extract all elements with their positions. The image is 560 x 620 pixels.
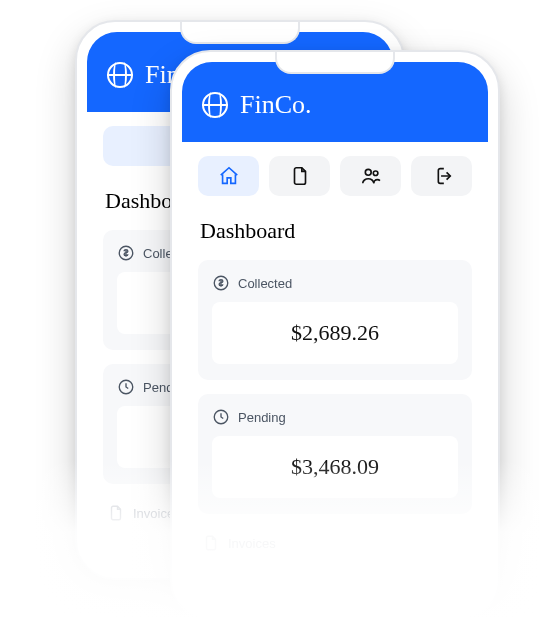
content: Dashboard Collected $2,689.26 Pending $3… bbox=[182, 206, 488, 568]
card-pending: Pending $3,468.09 bbox=[198, 394, 472, 514]
document-icon bbox=[107, 504, 125, 522]
phone-notch bbox=[275, 52, 395, 74]
list-label: Invoices bbox=[228, 536, 276, 551]
globe-icon bbox=[202, 92, 228, 118]
document-icon bbox=[289, 165, 311, 187]
clock-icon bbox=[212, 408, 230, 426]
svg-point-2 bbox=[365, 169, 371, 175]
card-label: Collected bbox=[238, 276, 292, 291]
page-title: Dashboard bbox=[198, 212, 472, 246]
app-header: FinCo. bbox=[182, 62, 488, 142]
card-value: $3,468.09 bbox=[212, 436, 458, 498]
dollar-icon bbox=[117, 244, 135, 262]
svg-point-3 bbox=[373, 171, 378, 176]
nav-tabs bbox=[182, 142, 488, 206]
globe-icon bbox=[107, 62, 133, 88]
logout-icon bbox=[431, 165, 453, 187]
users-icon bbox=[360, 165, 382, 187]
phone-screen-front: FinCo. Dashboard bbox=[182, 62, 488, 608]
clock-icon bbox=[117, 378, 135, 396]
nav-tab-home[interactable] bbox=[198, 156, 259, 196]
document-icon bbox=[202, 534, 220, 552]
phone-notch bbox=[180, 22, 300, 44]
nav-tab-documents[interactable] bbox=[269, 156, 330, 196]
card-value: $2,689.26 bbox=[212, 302, 458, 364]
nav-tab-users[interactable] bbox=[340, 156, 401, 196]
stage: FinC Dashboard Collecte bbox=[0, 0, 560, 620]
home-icon bbox=[218, 165, 240, 187]
card-collected: Collected $2,689.26 bbox=[198, 260, 472, 380]
dollar-icon bbox=[212, 274, 230, 292]
phone-front: FinCo. Dashboard bbox=[170, 50, 500, 620]
card-label: Pending bbox=[238, 410, 286, 425]
list-invoices-head: Invoices bbox=[198, 528, 472, 552]
brand-name: FinCo. bbox=[240, 90, 312, 120]
nav-tab-logout[interactable] bbox=[411, 156, 472, 196]
